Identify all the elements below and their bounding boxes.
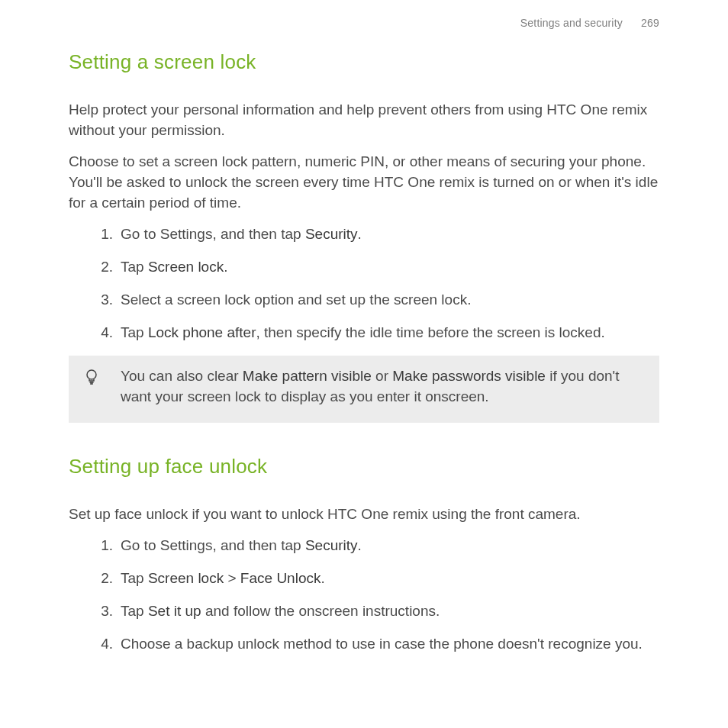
step-text: Choose a backup unlock method to use in …: [121, 636, 643, 652]
step-text: >: [224, 570, 240, 586]
step-number: 3.: [90, 290, 113, 311]
step-number: 3.: [90, 601, 113, 622]
tip-callout: You can also clear Make pattern visible …: [69, 356, 659, 423]
step-bold: Set it up: [148, 603, 201, 619]
list-item: 3. Select a screen lock option and set u…: [69, 290, 659, 311]
step-number: 2.: [90, 257, 113, 278]
list-item: 1. Go to Settings, and then tap Security…: [69, 224, 659, 245]
step-text: Select a screen lock option and set up t…: [121, 292, 471, 308]
manual-page: Settings and security 269 Setting a scre…: [0, 0, 728, 728]
tip-text: or: [372, 368, 392, 384]
step-text: Tap: [121, 570, 148, 586]
list-item: 2. Tap Screen lock.: [69, 257, 659, 278]
header-page-number: 269: [641, 17, 659, 29]
section-heading-screen-lock: Setting a screen lock: [69, 50, 659, 74]
steps-list-face-unlock: 1. Go to Settings, and then tap Security…: [69, 536, 659, 655]
step-text: Tap: [121, 324, 148, 340]
step-text: .: [358, 537, 362, 553]
step-number: 1.: [90, 224, 113, 245]
step-bold: Screen lock: [148, 259, 224, 275]
header-section-name: Settings and security: [520, 17, 623, 29]
intro-paragraph: Help protect your personal information a…: [69, 100, 659, 141]
step-bold: Lock phone after: [148, 324, 256, 340]
list-item: 4. Choose a backup unlock method to use …: [69, 634, 659, 655]
step-text: .: [224, 259, 227, 275]
step-bold: Security: [305, 226, 358, 242]
step-bold: Security: [305, 537, 358, 553]
step-number: 1.: [90, 536, 113, 556]
step-bold: Screen lock: [148, 570, 224, 586]
step-bold: Face Unlock: [240, 570, 321, 586]
steps-list-screen-lock: 1. Go to Settings, and then tap Security…: [69, 224, 659, 343]
step-number: 4.: [90, 634, 113, 655]
tip-bold: Make pattern visible: [243, 368, 372, 384]
svg-point-0: [87, 370, 96, 379]
step-text: and follow the onscreen instructions.: [201, 603, 440, 619]
tip-bold: Make passwords visible: [392, 368, 546, 384]
list-item: 3. Tap Set it up and follow the onscreen…: [69, 601, 659, 622]
intro-paragraph: Set up face unlock if you want to unlock…: [69, 504, 659, 525]
section-heading-face-unlock: Setting up face unlock: [69, 455, 659, 478]
list-item: 1. Go to Settings, and then tap Security…: [69, 536, 659, 556]
step-text: Tap: [121, 259, 148, 275]
step-number: 4.: [90, 323, 113, 343]
step-number: 2.: [90, 569, 113, 589]
step-text: Tap: [121, 603, 148, 619]
step-text: Go to Settings, and then tap: [121, 537, 305, 553]
step-text: Go to Settings, and then tap: [121, 226, 305, 242]
list-item: 2. Tap Screen lock > Face Unlock.: [69, 569, 659, 589]
step-text: , then specify the idle time before the …: [256, 324, 604, 340]
step-text: .: [358, 226, 362, 242]
list-item: 4. Tap Lock phone after, then specify th…: [69, 323, 659, 343]
intro-paragraph: Choose to set a screen lock pattern, num…: [69, 152, 659, 214]
page-header: Settings and security 269: [69, 17, 659, 29]
lightbulb-icon: [82, 368, 104, 389]
step-text: .: [321, 570, 324, 586]
tip-text: You can also clear: [121, 368, 243, 384]
